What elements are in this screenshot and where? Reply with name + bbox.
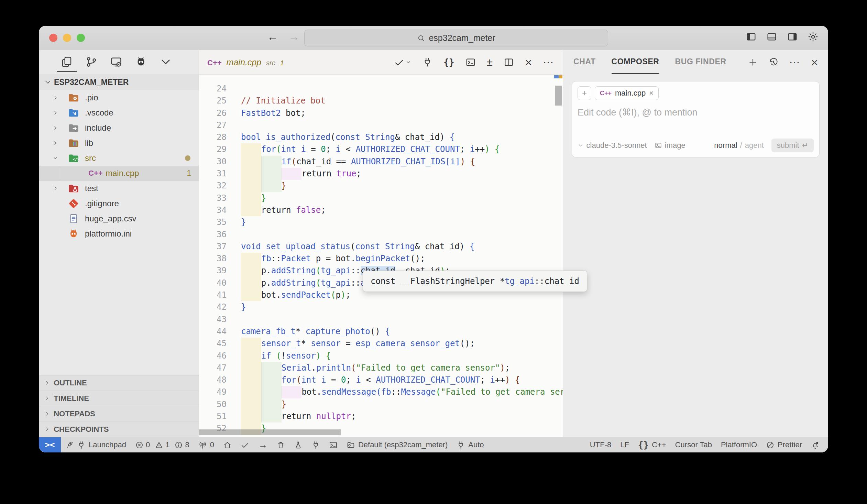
status-prettier[interactable]: Prettier xyxy=(761,437,806,452)
status-pio-serial-monitor[interactable] xyxy=(307,437,324,452)
remove-context-icon[interactable]: × xyxy=(649,89,653,98)
line-number: 36 xyxy=(199,229,241,241)
status-encoding[interactable]: UTF-8 xyxy=(586,437,616,452)
line-text: camera_fb_t* capture_photo() { xyxy=(241,325,563,337)
status-pio-clean[interactable] xyxy=(272,437,289,452)
more-actions[interactable]: ⋯ xyxy=(543,56,555,69)
close-panel-icon[interactable]: × xyxy=(811,56,818,68)
close-editor[interactable]: × xyxy=(525,56,532,68)
activity-explorer[interactable] xyxy=(57,53,77,72)
slash-circle-icon xyxy=(766,441,774,449)
line-number: 42 xyxy=(199,301,241,313)
tree-item--vscode[interactable]: .vscode xyxy=(39,105,199,120)
mode-agent-toggle[interactable]: agent xyxy=(745,141,764,150)
serial-terminal[interactable] xyxy=(465,57,476,67)
tree-item-platformio-ini[interactable]: platformio.ini xyxy=(39,226,199,242)
format-braces[interactable]: {} xyxy=(443,57,454,67)
status-notifications[interactable] xyxy=(806,437,824,452)
rocket-icon xyxy=(65,441,74,449)
indent-guide xyxy=(241,180,261,192)
activity-source-control[interactable] xyxy=(82,53,101,72)
layout-sidebar-right-icon[interactable] xyxy=(787,31,798,42)
status-pio-env[interactable]: Default (esp32cam_meter) xyxy=(342,437,452,452)
title-bar: ← → esp32cam_meter xyxy=(39,26,828,50)
code-editor[interactable]: 2425// Initialize bot26FastBot2 bot;2728… xyxy=(199,75,563,437)
status-pio-test[interactable] xyxy=(289,437,307,452)
model-selector[interactable]: claude-3.5-sonnet xyxy=(587,141,647,150)
activity-platformio-bug[interactable] xyxy=(131,53,151,72)
tree-item-label: huge_app.csv xyxy=(85,214,136,224)
warning-triangle-icon xyxy=(155,441,163,449)
status-language-mode[interactable]: {}C++ xyxy=(634,437,671,452)
back-icon[interactable]: ← xyxy=(267,31,278,43)
zoom-window-button[interactable] xyxy=(77,34,85,42)
tab-bug-finder[interactable]: BUG FINDER xyxy=(675,50,726,74)
status-eol[interactable]: LF xyxy=(616,437,634,452)
sidebar-view-switcher xyxy=(39,50,199,74)
explorer-root-header[interactable]: ESP32CAM_METER xyxy=(39,74,199,90)
status-remote-indicator[interactable]: >< xyxy=(39,437,61,452)
mode-normal-toggle[interactable]: normal xyxy=(714,141,737,150)
history-icon[interactable] xyxy=(768,57,779,67)
status-platformio-status[interactable]: PlatformIO xyxy=(716,437,761,452)
code-line: 43 xyxy=(199,313,563,325)
tree-item-include[interactable]: include xyxy=(39,120,199,136)
diff-plusminus[interactable]: ± xyxy=(487,56,493,69)
tab-chat[interactable]: CHAT xyxy=(574,50,596,74)
status-pio-terminal[interactable] xyxy=(324,437,342,452)
tree-item-main-cpp[interactable]: C++main.cpp1 xyxy=(39,166,199,181)
add-context-button[interactable]: + xyxy=(578,86,591,100)
status-problems[interactable]: 018 xyxy=(131,437,194,452)
minimize-window-button[interactable] xyxy=(63,34,71,42)
activity-remote-explorer[interactable] xyxy=(106,53,126,72)
pio-upload-plug[interactable] xyxy=(422,57,432,67)
indent-guide xyxy=(261,374,281,386)
code-line: 30if(chat_id == AUTHORIZED_CHAT_IDS[i]) … xyxy=(199,156,563,168)
section-timeline[interactable]: TIMELINE xyxy=(39,390,199,406)
status-ports[interactable]: 0 xyxy=(194,437,218,452)
image-button[interactable]: image xyxy=(665,141,685,150)
composer-input-card[interactable]: + C++ main.cpp × Edit code (⌘I), @ to me… xyxy=(572,81,820,158)
horizontal-scrollbar[interactable] xyxy=(199,429,341,435)
section-outline[interactable]: OUTLINE xyxy=(39,375,199,390)
status-pio-launchpad[interactable]: Launchpad xyxy=(61,437,131,452)
tab-main-cpp[interactable]: C++ main.cpp src 1 xyxy=(207,57,284,67)
layout-panel-icon[interactable] xyxy=(766,31,777,42)
sidebar-spacer xyxy=(39,242,199,375)
indent-guide xyxy=(241,398,261,410)
section-notepads[interactable]: NOTEPADS xyxy=(39,406,199,421)
status-pio-home[interactable] xyxy=(218,437,236,452)
tree-item-src[interactable]: </>src xyxy=(39,151,199,166)
vertical-scrollbar[interactable] xyxy=(555,86,562,106)
status-pio-build[interactable] xyxy=(236,437,254,452)
status-pio-upload[interactable]: → xyxy=(254,437,272,452)
file-tree: .pio.vscodeincludelib</>srcC++main.cpp1t… xyxy=(39,90,199,242)
close-window-button[interactable] xyxy=(49,34,57,42)
tree-item-test[interactable]: test xyxy=(39,181,199,196)
more-icon[interactable]: ⋯ xyxy=(789,56,801,69)
command-center-search[interactable]: esp32cam_meter xyxy=(304,30,608,46)
forward-icon[interactable]: → xyxy=(288,31,299,43)
submit-button[interactable]: submit↵ xyxy=(771,139,814,152)
tree-item-huge-app-csv[interactable]: huge_app.csv xyxy=(39,211,199,226)
tree-item--pio[interactable]: .pio xyxy=(39,90,199,105)
code-lines: 2425// Initialize bot26FastBot2 bot;2728… xyxy=(199,75,563,437)
activity-more-views[interactable] xyxy=(156,53,176,72)
home-icon xyxy=(223,441,232,449)
pio-file-icon xyxy=(68,228,81,240)
tree-item--gitignore[interactable]: .gitignore xyxy=(39,196,199,211)
folder-vscode-icon xyxy=(68,107,81,119)
status-cursor-tab[interactable]: Cursor Tab xyxy=(671,437,716,452)
status-pio-port-auto[interactable]: Auto xyxy=(452,437,488,452)
new-composer-icon[interactable] xyxy=(748,57,758,67)
settings-gear-icon[interactable] xyxy=(807,31,818,42)
chevron-down-icon xyxy=(44,79,51,86)
tree-item-lib[interactable]: lib xyxy=(39,136,199,151)
tab-composer[interactable]: COMPOSER xyxy=(612,50,659,74)
code-line: 49bot.sendMessage(fb::Message("Failed to… xyxy=(199,386,563,398)
split-editor[interactable] xyxy=(504,57,514,67)
section-checkpoints[interactable]: CHECKPOINTS xyxy=(39,421,199,437)
layout-sidebar-left-icon[interactable] xyxy=(746,31,757,42)
context-chip-main-cpp[interactable]: C++ main.cpp × xyxy=(595,86,659,100)
pio-build-check[interactable] xyxy=(394,57,411,67)
